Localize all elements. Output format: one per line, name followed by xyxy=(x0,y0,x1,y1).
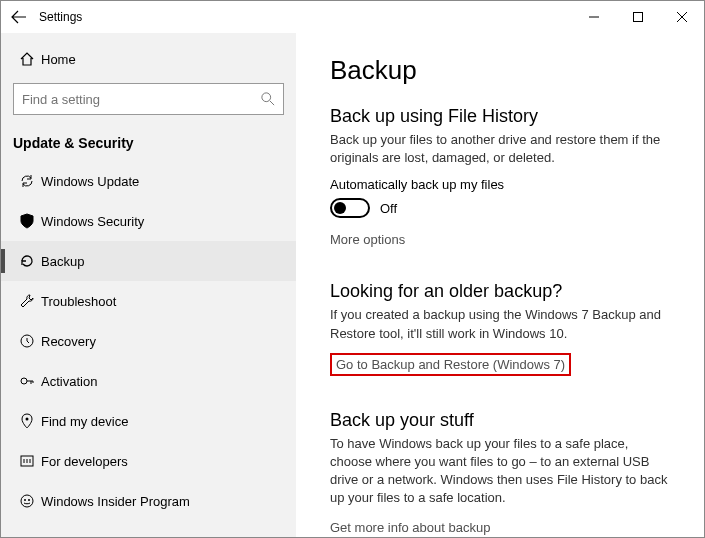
titlebar: Settings xyxy=(1,1,704,33)
sidebar-item-windows-insider[interactable]: Windows Insider Program xyxy=(1,481,296,521)
nav-label: Windows Insider Program xyxy=(41,494,190,509)
nav-label: For developers xyxy=(41,454,128,469)
svg-point-8 xyxy=(28,499,30,501)
sidebar-item-for-developers[interactable]: For developers xyxy=(1,441,296,481)
maximize-button[interactable] xyxy=(616,1,660,33)
desc-backup-stuff: To have Windows back up your files to a … xyxy=(330,435,670,508)
nav-label: Recovery xyxy=(41,334,96,349)
svg-point-4 xyxy=(26,418,29,421)
close-button[interactable] xyxy=(660,1,704,33)
more-info-backup-link[interactable]: Get more info about backup xyxy=(330,520,490,535)
backup-restore-win7-link[interactable]: Go to Backup and Restore (Windows 7) xyxy=(330,353,571,376)
svg-point-1 xyxy=(262,93,271,102)
nav-label: Windows Security xyxy=(41,214,144,229)
sidebar-category: Update & Security xyxy=(1,127,296,161)
heading-backup-stuff: Back up your stuff xyxy=(330,410,670,431)
wrench-icon xyxy=(19,293,41,309)
svg-point-6 xyxy=(21,495,33,507)
search-input[interactable] xyxy=(22,92,261,107)
nav-label: Troubleshoot xyxy=(41,294,116,309)
svg-rect-0 xyxy=(634,13,643,22)
nav-label: Backup xyxy=(41,254,84,269)
section-file-history: Back up using File History Back up your … xyxy=(330,106,670,265)
nav-label: Windows Update xyxy=(41,174,139,189)
shield-icon xyxy=(19,213,41,229)
backup-icon xyxy=(19,253,41,269)
nav-list: Windows Update Windows Security Backup T… xyxy=(1,161,296,537)
heading-file-history: Back up using File History xyxy=(330,106,670,127)
sidebar: Home Update & Security Windows Update Wi… xyxy=(1,33,296,537)
search-box[interactable] xyxy=(13,83,284,115)
sidebar-item-windows-security[interactable]: Windows Security xyxy=(1,201,296,241)
search-icon xyxy=(261,92,275,106)
desc-older-backup: If you created a backup using the Window… xyxy=(330,306,670,342)
minimize-button[interactable] xyxy=(572,1,616,33)
more-options-link[interactable]: More options xyxy=(330,232,405,247)
section-older-backup: Looking for an older backup? If you crea… xyxy=(330,281,670,393)
developers-icon xyxy=(19,453,41,469)
page-title: Backup xyxy=(330,55,670,86)
back-button[interactable] xyxy=(1,1,37,33)
sidebar-item-find-my-device[interactable]: Find my device xyxy=(1,401,296,441)
sidebar-item-activation[interactable]: Activation xyxy=(1,361,296,401)
window-title: Settings xyxy=(39,10,82,24)
section-backup-stuff: Back up your stuff To have Windows back … xyxy=(330,410,670,537)
home-icon xyxy=(19,51,41,67)
key-icon xyxy=(19,373,41,389)
nav-label: Activation xyxy=(41,374,97,389)
location-icon xyxy=(19,413,41,429)
svg-point-3 xyxy=(21,378,27,384)
heading-older-backup: Looking for an older backup? xyxy=(330,281,670,302)
nav-label: Find my device xyxy=(41,414,128,429)
sidebar-item-windows-update[interactable]: Windows Update xyxy=(1,161,296,201)
sidebar-item-recovery[interactable]: Recovery xyxy=(1,321,296,361)
sync-icon xyxy=(19,173,41,189)
insider-icon xyxy=(19,493,41,509)
auto-backup-toggle[interactable] xyxy=(330,198,370,218)
sidebar-item-troubleshoot[interactable]: Troubleshoot xyxy=(1,281,296,321)
home-label: Home xyxy=(41,52,76,67)
recovery-icon xyxy=(19,333,41,349)
svg-point-7 xyxy=(24,499,26,501)
toggle-state: Off xyxy=(380,201,397,216)
sidebar-item-backup[interactable]: Backup xyxy=(1,241,296,281)
content: Backup Back up using File History Back u… xyxy=(296,33,704,537)
toggle-label: Automatically back up my files xyxy=(330,177,670,192)
sidebar-home[interactable]: Home xyxy=(1,41,296,77)
desc-file-history: Back up your files to another drive and … xyxy=(330,131,670,167)
